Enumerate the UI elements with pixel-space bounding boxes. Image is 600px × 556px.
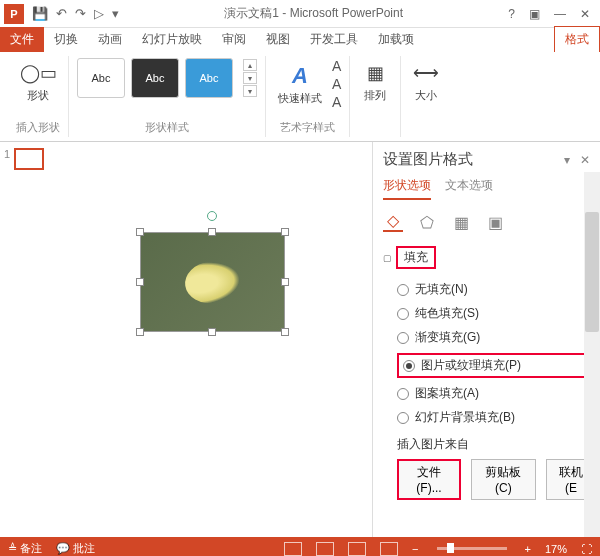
- ribbon-tabs: 文件 切换 动画 幻灯片放映 审阅 视图 开发工具 加载项 格式: [0, 28, 600, 52]
- resize-handle[interactable]: [208, 328, 216, 336]
- arrange-icon: ▦: [362, 60, 388, 86]
- pane-scrollbar[interactable]: [584, 172, 600, 537]
- pane-close-icon[interactable]: ✕: [580, 153, 590, 167]
- fill-line-icon[interactable]: ◇: [383, 212, 403, 232]
- pane-tab-shape[interactable]: 形状选项: [383, 177, 431, 200]
- section-fill[interactable]: 填充: [396, 246, 436, 269]
- zoom-in-button[interactable]: +: [525, 543, 531, 555]
- text-fill-icon[interactable]: A: [332, 58, 341, 74]
- slide-thumb-1[interactable]: [14, 148, 44, 170]
- tab-developer[interactable]: 开发工具: [300, 27, 368, 52]
- size-button[interactable]: ⟷ 大小: [409, 58, 443, 105]
- resize-handle[interactable]: [136, 278, 144, 286]
- redo-icon[interactable]: ↷: [75, 6, 86, 21]
- view-reading-icon[interactable]: [348, 542, 366, 556]
- resize-handle[interactable]: [208, 228, 216, 236]
- help-icon[interactable]: ?: [508, 7, 515, 21]
- radio-no-fill[interactable]: 无填充(N): [397, 281, 596, 298]
- slide-thumbnails: 1: [0, 142, 52, 537]
- ribbon: ◯▭ 形状 插入形状 Abc Abc Abc ▴▾▾ 形状样式 A 快速样式 A…: [0, 52, 600, 142]
- selected-picture[interactable]: [140, 232, 285, 332]
- shapes-button[interactable]: ◯▭ 形状: [21, 58, 55, 105]
- size-icon: ⟷: [413, 60, 439, 86]
- window-title: 演示文稿1 - Microsoft PowerPoint: [119, 5, 508, 22]
- slide-canvas[interactable]: [52, 142, 372, 537]
- shape-style-1[interactable]: Abc: [77, 58, 125, 98]
- shape-style-3[interactable]: Abc: [185, 58, 233, 98]
- pane-tab-text[interactable]: 文本选项: [445, 177, 493, 200]
- comments-button[interactable]: 💬 批注: [56, 541, 95, 556]
- radio-pattern-fill[interactable]: 图案填充(A): [397, 385, 596, 402]
- shapes-icon: ◯▭: [25, 60, 51, 86]
- thumb-number: 1: [4, 148, 10, 160]
- format-picture-pane: 设置图片格式 ▾ ✕ 形状选项 文本选项 ◇ ⬠ ▦ ▣ ▢ 填充 无填充(N)…: [372, 142, 600, 537]
- resize-handle[interactable]: [281, 278, 289, 286]
- tab-slideshow[interactable]: 幻灯片放映: [132, 27, 212, 52]
- slideshow-icon[interactable]: ▷: [94, 6, 104, 21]
- zoom-level[interactable]: 17%: [545, 543, 567, 555]
- rotate-handle[interactable]: [207, 211, 217, 221]
- picture-content: [182, 257, 242, 306]
- ribbon-options-icon[interactable]: ▣: [529, 7, 540, 21]
- text-outline-icon[interactable]: A: [332, 76, 341, 92]
- tab-format[interactable]: 格式: [554, 26, 600, 52]
- radio-picture-fill[interactable]: 图片或纹理填充(P): [397, 353, 596, 378]
- radio-gradient-fill[interactable]: 渐变填充(G): [397, 329, 596, 346]
- effects-icon[interactable]: ⬠: [417, 212, 437, 232]
- pane-dropdown-icon[interactable]: ▾: [564, 153, 570, 167]
- size-props-icon[interactable]: ▦: [451, 212, 471, 232]
- group-wordart-styles: 艺术字样式: [280, 120, 335, 135]
- notes-button[interactable]: ≜ 备注: [8, 541, 42, 556]
- view-normal-icon[interactable]: [284, 542, 302, 556]
- picture-icon[interactable]: ▣: [485, 212, 505, 232]
- view-sorter-icon[interactable]: [316, 542, 334, 556]
- quick-styles-icon: A: [287, 63, 313, 89]
- radio-slidebg-fill[interactable]: 幻灯片背景填充(B): [397, 409, 596, 426]
- resize-handle[interactable]: [281, 328, 289, 336]
- tab-transitions[interactable]: 切换: [44, 27, 88, 52]
- pane-title: 设置图片格式: [383, 150, 473, 169]
- minimize-icon[interactable]: —: [554, 7, 566, 21]
- arrange-button[interactable]: ▦ 排列: [358, 58, 392, 105]
- save-icon[interactable]: 💾: [32, 6, 48, 21]
- view-slideshow-icon[interactable]: [380, 542, 398, 556]
- text-effects-icon[interactable]: A: [332, 94, 341, 110]
- resize-handle[interactable]: [136, 228, 144, 236]
- insert-clipboard-button[interactable]: 剪贴板(C): [471, 459, 536, 500]
- tab-animations[interactable]: 动画: [88, 27, 132, 52]
- app-icon: P: [4, 4, 24, 24]
- qat-more-icon[interactable]: ▾: [112, 6, 119, 21]
- shape-style-2[interactable]: Abc: [131, 58, 179, 98]
- tab-file[interactable]: 文件: [0, 27, 44, 52]
- tab-review[interactable]: 审阅: [212, 27, 256, 52]
- quick-styles-button[interactable]: A 快速样式: [274, 61, 326, 108]
- close-icon[interactable]: ✕: [580, 7, 590, 21]
- zoom-slider[interactable]: [437, 547, 507, 550]
- fit-to-window-icon[interactable]: ⛶: [581, 543, 592, 555]
- zoom-out-button[interactable]: −: [412, 543, 418, 555]
- expand-icon[interactable]: ▢: [383, 253, 392, 263]
- radio-solid-fill[interactable]: 纯色填充(S): [397, 305, 596, 322]
- tab-view[interactable]: 视图: [256, 27, 300, 52]
- style-gallery-more[interactable]: ▴▾▾: [243, 59, 257, 97]
- resize-handle[interactable]: [136, 328, 144, 336]
- tab-addins[interactable]: 加载项: [368, 27, 424, 52]
- group-shape-styles: 形状样式: [145, 120, 189, 135]
- resize-handle[interactable]: [281, 228, 289, 236]
- status-bar: ≜ 备注 💬 批注 − + 17% ⛶: [0, 537, 600, 556]
- undo-icon[interactable]: ↶: [56, 6, 67, 21]
- insert-picture-from-label: 插入图片来自: [397, 436, 596, 453]
- group-insert-shapes: 插入形状: [16, 120, 60, 135]
- insert-file-button[interactable]: 文件(F)...: [397, 459, 461, 500]
